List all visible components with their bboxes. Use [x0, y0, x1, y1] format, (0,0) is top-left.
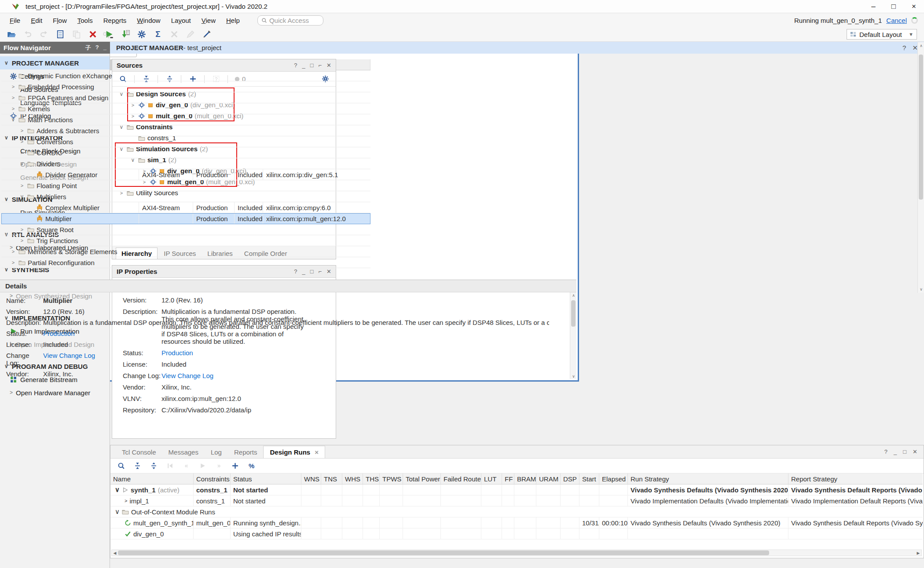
- chevron-right-icon[interactable]: >: [19, 183, 25, 188]
- help-icon[interactable]: ?: [902, 44, 906, 52]
- minimize-panel-icon[interactable]: _: [302, 62, 305, 69]
- catalog-item-conversions[interactable]: >Conversions: [1, 136, 370, 147]
- column-header-failed-routes[interactable]: Failed Routes: [441, 473, 481, 484]
- float-panel-icon[interactable]: ⌐: [319, 62, 322, 69]
- chevron-right-icon[interactable]: >: [10, 95, 16, 100]
- column-header-bram[interactable]: BRAM: [514, 473, 536, 484]
- column-header-ff[interactable]: FF: [502, 473, 514, 484]
- column-header-whs[interactable]: WHS: [342, 473, 363, 484]
- step-arrow-button[interactable]: 0110: [120, 29, 131, 40]
- scroll-up-icon[interactable]: ∧: [918, 42, 924, 49]
- menu-reports[interactable]: Reports: [98, 15, 132, 26]
- scroll-left-icon[interactable]: ◀: [112, 551, 118, 555]
- scroll-down-icon[interactable]: ∨: [918, 286, 924, 293]
- close-panel-icon[interactable]: ✕: [913, 448, 917, 455]
- column-header-uram[interactable]: URAM: [536, 473, 561, 484]
- scroll-right-icon[interactable]: ▶: [915, 551, 921, 555]
- cancel-link[interactable]: Cancel: [886, 17, 907, 24]
- tab-design-runs[interactable]: Design Runs×: [263, 446, 325, 458]
- tab-tcl-console[interactable]: Tcl Console: [116, 446, 162, 458]
- catalog-item-cordic[interactable]: >CORDIC: [1, 147, 370, 158]
- column-header-start[interactable]: Start: [579, 473, 599, 484]
- minimize-window-button[interactable]: –: [863, 0, 884, 13]
- column-header-total-power[interactable]: Total Power: [403, 473, 441, 484]
- chevron-right-icon[interactable]: >: [10, 249, 16, 254]
- menu-view[interactable]: View: [196, 15, 221, 26]
- expand-button[interactable]: [148, 461, 159, 471]
- tab-log[interactable]: Log: [205, 446, 228, 458]
- chevron-right-icon[interactable]: >: [19, 150, 25, 155]
- details-value[interactable]: View Change Log: [43, 352, 549, 367]
- catalog-item-dynamic-function-exchange[interactable]: >Dynamic Function eXchange: [1, 70, 370, 81]
- vertical-scrollbar[interactable]: ∧ ∨: [917, 42, 924, 293]
- close-panel-icon[interactable]: ✕: [326, 268, 331, 275]
- chevron-down-icon[interactable]: ∨: [115, 508, 120, 516]
- scroll-up-icon[interactable]: ∧: [570, 292, 576, 299]
- help-icon[interactable]: ?: [294, 268, 297, 275]
- run-row-synth_1[interactable]: ∨synth_1 (active)constrs_1Not startedViv…: [110, 484, 923, 495]
- menu-tools[interactable]: Tools: [72, 15, 98, 26]
- chevron-right-icon[interactable]: >: [10, 73, 16, 78]
- scroll-down-icon[interactable]: ∨: [570, 373, 576, 379]
- catalog-item-embedded-processing[interactable]: >Embedded Processing: [1, 81, 370, 92]
- catalog-item-trig-functions[interactable]: >Trig Functions: [1, 235, 370, 246]
- menu-window[interactable]: Window: [132, 15, 165, 26]
- flow-section-project-manager[interactable]: ∨PROJECT MANAGER: [0, 56, 110, 69]
- catalog-item-fpga-features-and-design[interactable]: >FPGA Features and Design: [1, 92, 370, 103]
- catalog-item-multipliers[interactable]: ∨Multipliers: [1, 191, 370, 202]
- column-header-report-strategy[interactable]: Report Strategy: [788, 473, 923, 484]
- settings-gear-button[interactable]: [136, 29, 147, 40]
- chevron-down-icon[interactable]: ∨: [19, 160, 25, 167]
- chevron-right-icon[interactable]: >: [19, 139, 25, 144]
- chevron-right-icon[interactable]: >: [19, 227, 25, 232]
- menu-help[interactable]: Help: [221, 15, 245, 26]
- minimize-panel-icon[interactable]: _: [103, 44, 106, 52]
- vertical-scrollbar[interactable]: ∧ ∨: [570, 292, 576, 379]
- maximize-panel-icon[interactable]: □: [903, 448, 906, 455]
- close-window-button[interactable]: ×: [904, 0, 924, 13]
- catalog-item-partial-reconfiguration[interactable]: >Partial Reconfiguration: [1, 257, 370, 268]
- minimize-panel-icon[interactable]: _: [302, 268, 305, 275]
- catalog-item-floating-point[interactable]: >Floating Point: [1, 180, 370, 191]
- chevron-down-icon[interactable]: ∨: [10, 117, 16, 123]
- help-icon[interactable]: ?: [884, 448, 887, 455]
- run-row-mult_gen_0_synth_1[interactable]: mult_gen_0_synth_1mult_gen_0Running synt…: [110, 517, 923, 528]
- close-panel-icon[interactable]: ✕: [326, 62, 331, 69]
- column-header-tpws[interactable]: TPWS: [380, 473, 403, 484]
- probe-button[interactable]: [202, 29, 212, 40]
- chevron-right-icon[interactable]: >: [10, 84, 16, 89]
- document-button[interactable]: [55, 29, 66, 40]
- chevron-right-icon[interactable]: >: [10, 260, 16, 265]
- column-header-ths[interactable]: THS: [363, 473, 380, 484]
- delete-x-button[interactable]: [88, 29, 98, 40]
- column-header-wns[interactable]: WNS: [301, 473, 321, 484]
- column-header-elapsed[interactable]: Elapsed: [599, 473, 628, 484]
- tab-reports[interactable]: Reports: [228, 446, 264, 458]
- catalog-item-divider-generator[interactable]: Divider GeneratorAXI4-StreamProductionIn…: [1, 169, 370, 180]
- help-icon[interactable]: ?: [95, 44, 99, 52]
- catalog-item-complex-multiplier[interactable]: Complex MultiplierAXI4-StreamProductionI…: [1, 202, 370, 213]
- chevron-down-icon[interactable]: ∨: [19, 193, 25, 200]
- column-header-run-strategy[interactable]: Run Strategy: [628, 473, 788, 484]
- help-icon[interactable]: ?: [294, 62, 297, 69]
- catalog-item-square-root[interactable]: >Square Root: [1, 224, 370, 235]
- scrollbar-thumb[interactable]: [919, 55, 923, 200]
- chevron-down-icon[interactable]: ∨: [115, 486, 120, 494]
- runs-group-row[interactable]: ∨Out-of-Context Module Runs: [110, 506, 923, 517]
- menu-edit[interactable]: Edit: [26, 15, 48, 26]
- menu-layout[interactable]: Layout: [166, 15, 196, 26]
- chevron-right-icon[interactable]: >: [19, 238, 25, 243]
- horizontal-scrollbar[interactable]: ◀ ▶: [111, 550, 922, 556]
- catalog-item-math-functions[interactable]: ∨Math Functions: [1, 114, 370, 125]
- open-folder-button[interactable]: [6, 29, 17, 40]
- run-row-impl_1[interactable]: >impl_1constrs_1Not startedVivado Implem…: [110, 495, 923, 506]
- chevron-right-icon[interactable]: >: [19, 128, 25, 133]
- sigma-button[interactable]: Σ: [153, 29, 163, 40]
- chevron-right-icon[interactable]: >: [10, 106, 16, 111]
- collapse-all-icon[interactable]: ⼦: [85, 44, 91, 52]
- details-value[interactable]: Production: [43, 330, 549, 337]
- flow-item-open-hardware-manager[interactable]: >Open Hardware Manager: [0, 386, 110, 399]
- column-header-name[interactable]: Name: [110, 473, 194, 484]
- quick-access-input[interactable]: Quick Access: [257, 15, 323, 25]
- catalog-item-memories-storage-elements[interactable]: >Memories & Storage Elements: [1, 246, 370, 257]
